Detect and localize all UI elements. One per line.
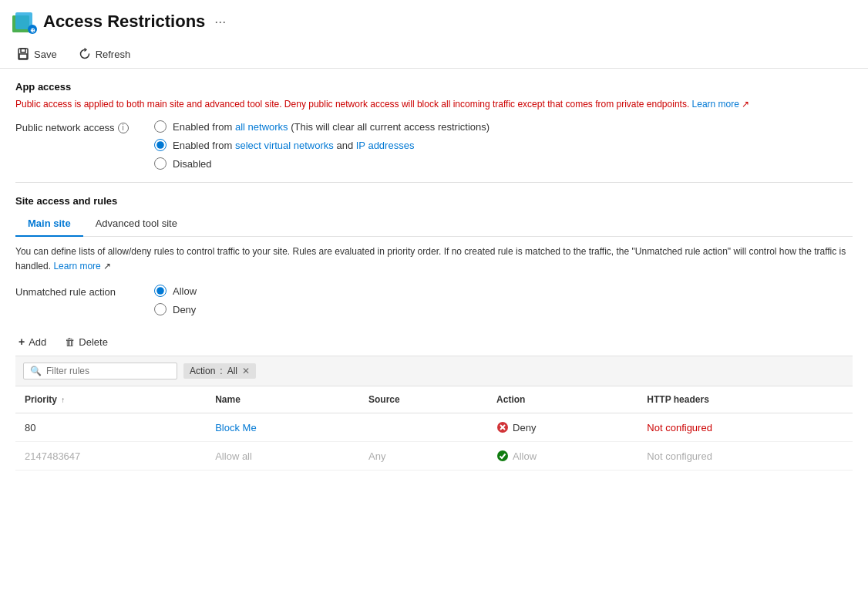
svg-rect-6 — [21, 49, 25, 52]
save-icon — [17, 48, 29, 60]
cell-priority: 2147483647 — [15, 442, 206, 471]
unmatched-deny-label: Deny — [173, 304, 196, 315]
refresh-label: Refresh — [96, 49, 131, 60]
svg-point-11 — [497, 450, 508, 461]
site-access-title: Site access and rules — [15, 195, 853, 207]
table-body: 80 Block Me Deny — [15, 413, 853, 471]
app-access-title: App access — [15, 81, 853, 93]
cell-priority: 80 — [15, 413, 206, 442]
filter-input-wrapper: 🔍 — [23, 363, 177, 379]
app-access-learn-more-link[interactable]: Learn more — [692, 99, 739, 110]
cell-action: Allow — [487, 442, 638, 471]
http-headers-status: Not configured — [647, 450, 712, 462]
deny-icon — [496, 421, 509, 433]
app-access-info-text: Public access is applied to both main si… — [15, 99, 689, 110]
chip-close-icon[interactable]: ✕ — [242, 366, 250, 376]
radio-all-networks-label: Enabled from all networks (This will cle… — [173, 121, 490, 133]
cell-name: Block Me — [206, 413, 359, 442]
add-label: Add — [29, 336, 46, 348]
delete-button[interactable]: 🗑 Delete — [62, 335, 111, 349]
unmatched-allow-input[interactable] — [154, 285, 167, 297]
cell-name: Allow all — [206, 442, 359, 471]
radio-select-networks-label: Enabled from select virtual networks and… — [173, 140, 414, 151]
site-access-section: Site access and rules Main site Advanced… — [15, 195, 853, 471]
cell-http-headers: Not configured — [638, 413, 853, 442]
save-label: Save — [34, 49, 57, 60]
refresh-button[interactable]: Refresh — [74, 45, 136, 63]
svg-text:⊕: ⊕ — [30, 27, 35, 34]
cell-source — [359, 413, 487, 442]
radio-all-networks-input[interactable] — [154, 120, 167, 133]
external-link-icon-2: ↗ — [103, 261, 111, 272]
site-tabs: Main site Advanced tool site — [15, 211, 853, 237]
add-button[interactable]: + Add — [15, 334, 49, 349]
deny-badge: Deny — [496, 421, 628, 433]
http-headers-status: Not configured — [647, 422, 712, 433]
main-content: App access Public access is applied to b… — [0, 69, 868, 483]
chip-value: All — [227, 366, 237, 376]
save-button[interactable]: Save — [12, 45, 62, 63]
rule-name-link[interactable]: Block Me — [215, 422, 256, 433]
table-header: Priority ↑ Name Source Action HTTP heade… — [15, 386, 853, 413]
table-row[interactable]: 2147483647 Allow all Any Allow — [15, 442, 853, 471]
toolbar: Save Refresh — [0, 40, 868, 69]
more-icon[interactable]: ··· — [214, 14, 226, 30]
app-logo: ⊕ — [12, 9, 37, 34]
unmatched-deny-option[interactable]: Deny — [154, 303, 197, 315]
delete-label: Delete — [79, 336, 108, 348]
public-network-radio-group: Enabled from all networks (This will cle… — [154, 120, 490, 170]
table-row[interactable]: 80 Block Me Deny — [15, 413, 853, 442]
unmatched-allow-label: Allow — [173, 285, 197, 297]
cell-source: Any — [359, 442, 487, 471]
unmatched-rule-label: Unmatched rule action — [15, 285, 139, 298]
public-network-field: Public network access i Enabled from all… — [15, 120, 853, 170]
refresh-icon — [79, 48, 91, 60]
sort-arrow: ↑ — [61, 396, 65, 404]
action-filter-chip: Action : All ✕ — [183, 363, 256, 379]
filter-bar: 🔍 Action : All ✕ — [15, 356, 853, 386]
radio-disabled-input[interactable] — [154, 157, 167, 170]
col-http-headers: HTTP headers — [638, 386, 853, 413]
allow-badge: Allow — [496, 450, 628, 462]
site-access-learn-more-link[interactable]: Learn more — [53, 261, 100, 272]
public-network-label: Public network access i — [15, 120, 139, 133]
cell-action: Deny — [487, 413, 638, 442]
filter-rules-input[interactable] — [46, 366, 154, 376]
site-access-description: You can define lists of allow/deny rules… — [15, 245, 853, 274]
radio-select-networks-input[interactable] — [154, 139, 167, 151]
col-action: Action — [487, 386, 638, 413]
allow-icon — [496, 450, 509, 462]
search-icon: 🔍 — [30, 366, 42, 376]
col-source: Source — [359, 386, 487, 413]
radio-option-disabled[interactable]: Disabled — [154, 157, 490, 170]
col-priority: Priority ↑ — [15, 386, 206, 413]
unmatched-allow-option[interactable]: Allow — [154, 285, 197, 297]
section-divider-1 — [15, 182, 853, 183]
unmatched-rule-radio-group: Allow Deny — [154, 285, 197, 315]
app-access-info: Public access is applied to both main si… — [15, 97, 853, 111]
cell-http-headers: Not configured — [638, 442, 853, 471]
public-network-info-icon[interactable]: i — [118, 123, 129, 133]
plus-icon: + — [19, 336, 25, 348]
chip-label: Action — [190, 366, 215, 376]
external-link-icon: ↗ — [742, 99, 749, 110]
table-header-row: Priority ↑ Name Source Action HTTP heade… — [15, 386, 853, 413]
radio-disabled-label: Disabled — [173, 158, 212, 170]
unmatched-rule-field: Unmatched rule action Allow Deny — [15, 285, 853, 315]
trash-icon: 🗑 — [65, 336, 75, 348]
radio-option-all-networks[interactable]: Enabled from all networks (This will cle… — [154, 120, 490, 133]
page-header: ⊕ Access Restrictions ··· — [0, 0, 868, 40]
svg-rect-7 — [19, 54, 27, 59]
unmatched-deny-input[interactable] — [154, 303, 167, 315]
page-title: Access Restrictions — [43, 12, 205, 32]
add-delete-toolbar: + Add 🗑 Delete — [15, 328, 853, 356]
rules-table: Priority ↑ Name Source Action HTTP heade… — [15, 386, 853, 471]
tab-main-site[interactable]: Main site — [15, 211, 83, 237]
col-name: Name — [206, 386, 359, 413]
app-access-section: App access Public access is applied to b… — [15, 81, 853, 170]
radio-option-select-networks[interactable]: Enabled from select virtual networks and… — [154, 139, 490, 151]
tab-advanced-tool-site[interactable]: Advanced tool site — [83, 211, 190, 237]
